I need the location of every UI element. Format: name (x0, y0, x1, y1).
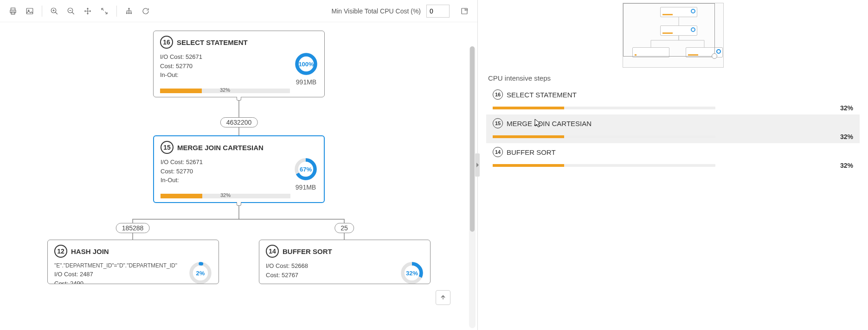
in-out: In-Out: (161, 176, 290, 185)
zoom-in-icon[interactable] (47, 4, 62, 19)
cpu-steps-list: 16 SELECT STATEMENT 32% 15 MERGE JOIN CA… (486, 86, 860, 172)
scrollbar-thumb[interactable] (470, 46, 475, 232)
svg-rect-3 (26, 8, 33, 14)
min-cpu-input[interactable] (426, 5, 450, 18)
edge-rows-label: 25 (334, 223, 354, 233)
svg-rect-0 (11, 8, 15, 10)
app-root: Min Visible Total CPU Cost (%) (0, 0, 868, 330)
step-number: 14 (266, 245, 279, 258)
side-panel: CPU intensive steps 16 SELECT STATEMENT … (478, 0, 868, 330)
svg-line-6 (55, 12, 58, 14)
step-number: 16 (160, 36, 173, 49)
step-name: BUFFER SORT (507, 148, 556, 156)
predicate: "E"."DEPARTMENT_ID"="D"."DEPARTMENT_ID" (54, 261, 185, 270)
node-title: SELECT STATEMENT (177, 38, 248, 46)
bar-percent: 32% (220, 192, 231, 198)
bar-percent: 32% (220, 87, 230, 93)
step-number: 15 (161, 141, 174, 154)
io-cost: I/O Cost: 52668 (266, 261, 397, 271)
node-title: BUFFER SORT (283, 248, 332, 255)
refresh-icon[interactable] (138, 4, 153, 19)
node-title: MERGE JOIN CARTESIAN (177, 144, 264, 152)
plan-node-buffer-sort[interactable]: 14 BUFFER SORT I/O Cost: 52668 Cost: 527… (259, 240, 431, 284)
cpu-step-row[interactable]: 15 MERGE JOIN CARTESIAN 32% (486, 114, 860, 143)
cost: Cost: 52770 (161, 167, 290, 176)
cost: Cost: 2490 (54, 279, 185, 285)
cpu-donut-icon: 32% (400, 261, 424, 284)
toolbar-divider (42, 6, 42, 17)
print-icon[interactable] (6, 4, 20, 19)
svg-point-15 (130, 13, 131, 13)
fit-screen-icon[interactable] (97, 4, 112, 19)
zoom-out-icon[interactable] (64, 4, 78, 19)
minimap[interactable] (623, 3, 724, 68)
in-out: In-Out: (160, 70, 291, 80)
step-number: 12 (54, 245, 67, 258)
edge-rows-label: 4632200 (220, 117, 258, 127)
cpu-donut-icon: 67% (294, 158, 317, 181)
cpu-percent: 32% (400, 261, 424, 284)
step-name: SELECT STATEMENT (507, 91, 577, 99)
node-connector-icon (237, 97, 241, 101)
step-number: 15 (493, 118, 503, 128)
step-percent: 32% (840, 104, 853, 112)
cpu-step-row[interactable]: 14 BUFFER SORT 32% (486, 143, 860, 172)
cost: Cost: 52770 (160, 62, 291, 71)
tree-layout-icon[interactable] (122, 4, 136, 19)
cpu-percent: 67% (294, 158, 317, 181)
step-number: 16 (493, 89, 503, 100)
io-cost: I/O Cost: 52671 (160, 52, 291, 62)
progress-bar: 32% (160, 89, 290, 93)
step-name: MERGE JOIN CARTESIAN (507, 120, 592, 127)
edge-rows-label: 185288 (116, 223, 150, 233)
minimap-resize-handle[interactable] (712, 53, 717, 59)
side-panel-title: CPU intensive steps (486, 72, 860, 86)
minimap-viewport[interactable] (623, 3, 715, 57)
cpu-percent: 2% (189, 261, 212, 284)
node-connector-icon (237, 202, 241, 206)
step-bar (493, 107, 715, 109)
main-panel: Min Visible Total CPU Cost (%) (0, 0, 478, 330)
vertical-scrollbar[interactable] (469, 46, 476, 328)
node-title: HASH JOIN (71, 248, 109, 255)
io-cost: I/O Cost: 52671 (161, 158, 290, 167)
toolbar: Min Visible Total CPU Cost (%) (0, 0, 477, 22)
step-percent: 32% (840, 162, 853, 169)
memory-value: 991MB (296, 184, 316, 191)
step-bar (493, 135, 715, 138)
cpu-donut-icon: 2% (189, 261, 212, 284)
cost: Cost: 52767 (266, 271, 397, 280)
notes-icon[interactable] (457, 4, 472, 19)
svg-line-10 (72, 12, 74, 14)
toolbar-divider (116, 6, 117, 17)
svg-rect-16 (462, 8, 467, 14)
scroll-top-button[interactable] (436, 290, 450, 305)
cpu-percent: 100% (295, 52, 318, 76)
export-image-icon[interactable] (22, 4, 37, 19)
step-bar (493, 164, 715, 167)
io-cost: I/O Cost: 2487 (54, 270, 185, 279)
cpu-donut-icon: 100% (295, 52, 318, 76)
progress-bar: 32% (161, 194, 290, 198)
memory-value: 991MB (296, 78, 316, 86)
plan-canvas[interactable]: 16 SELECT STATEMENT I/O Cost: 52671 Cost… (0, 22, 477, 330)
svg-point-13 (126, 13, 127, 13)
min-cpu-label: Min Visible Total CPU Cost (%) (332, 7, 421, 15)
panel-resize-handle[interactable] (475, 153, 480, 177)
plan-node-merge-join-cartesian[interactable]: 15 MERGE JOIN CARTESIAN I/O Cost: 52671 … (153, 135, 325, 203)
step-number: 14 (493, 147, 503, 157)
pan-icon[interactable] (80, 4, 95, 19)
cpu-step-row[interactable]: 16 SELECT STATEMENT 32% (486, 86, 860, 114)
plan-node-hash-join[interactable]: 12 HASH JOIN "E"."DEPARTMENT_ID"="D"."DE… (47, 240, 219, 284)
plan-node-select-statement[interactable]: 16 SELECT STATEMENT I/O Cost: 52671 Cost… (153, 31, 325, 97)
step-percent: 32% (840, 133, 853, 140)
